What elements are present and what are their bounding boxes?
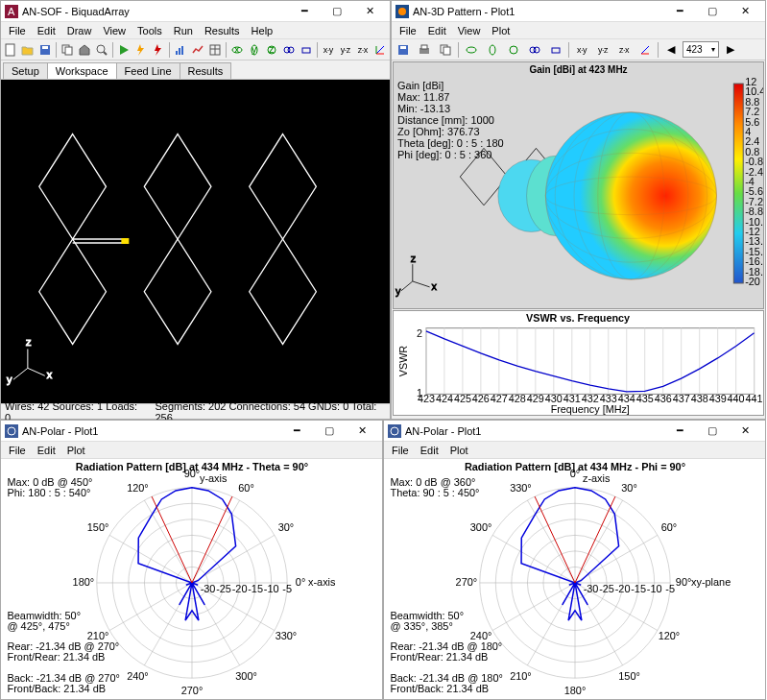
- ansof-title: AN-SOF - BiquadArray: [22, 6, 288, 17]
- svg-text:-5: -5: [282, 583, 292, 594]
- tab-results[interactable]: Results: [180, 62, 232, 79]
- vswr-chart[interactable]: VSWR vs. Frequency 423424425426427428429…: [393, 310, 764, 416]
- menu-run[interactable]: Run: [168, 24, 199, 37]
- menu-results[interactable]: Results: [199, 24, 246, 37]
- minimize-button[interactable]: ━: [663, 422, 696, 441]
- menu-plot[interactable]: Plot: [61, 444, 91, 457]
- maximize-button[interactable]: ▢: [696, 2, 729, 21]
- svg-text:60°: 60°: [238, 482, 254, 494]
- svg-text:150°: 150°: [618, 670, 640, 682]
- minimize-button[interactable]: ━: [288, 2, 321, 21]
- view-yz[interactable]: y·z: [593, 41, 612, 59]
- rotz-icon[interactable]: z: [264, 41, 279, 59]
- svg-line-51: [641, 46, 649, 54]
- menu-view[interactable]: View: [452, 24, 487, 37]
- rotx-icon[interactable]: [462, 41, 481, 59]
- menu-edit[interactable]: Edit: [415, 444, 444, 457]
- menu-view[interactable]: View: [97, 24, 132, 37]
- close-button[interactable]: ✕: [729, 422, 761, 441]
- menu-plot[interactable]: Plot: [444, 444, 474, 457]
- chart-icon[interactable]: [173, 41, 188, 59]
- polar2-menubar: File Edit Plot: [384, 442, 765, 459]
- polar1-viewport[interactable]: Radiation Pattern [dB] at 434 MHz - Thet…: [1, 459, 382, 699]
- table-icon[interactable]: [207, 41, 223, 59]
- svg-text:90°: 90°: [184, 468, 201, 479]
- zoom-in-icon[interactable]: [525, 41, 544, 59]
- view-zx[interactable]: z·x: [614, 41, 634, 59]
- menu-help[interactable]: Help: [246, 24, 279, 37]
- pattern-3d-viewport[interactable]: Gain [dBi] at 423 MHz Gain [dBi]Max: 11.…: [393, 61, 764, 309]
- svg-line-158: [109, 583, 192, 631]
- svg-rect-4: [42, 46, 48, 49]
- bolt2-icon[interactable]: [151, 41, 166, 59]
- axes-icon[interactable]: [635, 41, 655, 59]
- polar2-viewport[interactable]: Radiation Pattern [dB] at 434 MHz - Phi …: [384, 459, 765, 699]
- save-icon[interactable]: [37, 41, 53, 59]
- rotz-icon[interactable]: [504, 41, 523, 59]
- menu-file[interactable]: File: [386, 444, 415, 457]
- menu-file[interactable]: File: [3, 24, 32, 37]
- next-icon[interactable]: ▶: [721, 41, 740, 59]
- svg-text:-5: -5: [665, 583, 675, 594]
- view-xy[interactable]: x·y: [572, 41, 591, 59]
- svg-text:z: z: [26, 336, 32, 348]
- menu-edit[interactable]: Edit: [32, 444, 61, 457]
- menu-edit[interactable]: Edit: [422, 24, 452, 37]
- close-button[interactable]: ✕: [346, 422, 378, 441]
- magnify-icon[interactable]: [94, 41, 109, 59]
- view-xy[interactable]: x·y: [321, 41, 336, 59]
- svg-text:-25: -25: [216, 583, 231, 594]
- zoom-out-icon[interactable]: [546, 41, 565, 59]
- chart2-icon[interactable]: [190, 41, 205, 59]
- tab-setup[interactable]: Setup: [3, 62, 48, 79]
- zoom-in-icon[interactable]: [281, 41, 297, 59]
- bolt-icon[interactable]: [133, 41, 149, 59]
- svg-rect-24: [302, 48, 310, 53]
- minimize-button[interactable]: ━: [280, 422, 313, 441]
- view-yz[interactable]: y·z: [338, 41, 353, 59]
- axes-icon[interactable]: [372, 41, 388, 59]
- roty-icon[interactable]: y: [247, 41, 262, 59]
- svg-text:150°: 150°: [87, 521, 109, 533]
- menu-plot[interactable]: Plot: [486, 24, 515, 37]
- maximize-button[interactable]: ▢: [313, 422, 346, 441]
- view-zx[interactable]: z·x: [355, 41, 371, 59]
- prev-icon[interactable]: ◀: [661, 41, 681, 59]
- menu-file[interactable]: File: [3, 444, 32, 457]
- rotx-icon[interactable]: x: [229, 41, 245, 59]
- copy-icon[interactable]: [60, 41, 75, 59]
- svg-text:y: y: [252, 43, 257, 55]
- maximize-button[interactable]: ▢: [696, 422, 729, 441]
- freq-select[interactable]: 423: [683, 41, 719, 58]
- svg-point-46: [490, 45, 495, 55]
- svg-rect-11: [179, 48, 180, 55]
- save-icon[interactable]: [394, 41, 413, 59]
- menu-tools[interactable]: Tools: [132, 24, 168, 37]
- close-button[interactable]: ✕: [353, 2, 386, 21]
- workspace-viewport[interactable]: z x y: [1, 80, 390, 403]
- minimize-button[interactable]: ━: [663, 2, 696, 21]
- svg-point-7: [97, 45, 105, 53]
- svg-line-215: [527, 500, 575, 583]
- close-button[interactable]: ✕: [729, 2, 761, 21]
- roty-icon[interactable]: [483, 41, 502, 59]
- svg-text:Front/Back: 21.34 dB: Front/Back: 21.34 dB: [391, 683, 489, 694]
- new-icon[interactable]: [3, 41, 18, 59]
- open-icon[interactable]: [20, 41, 36, 59]
- run-icon[interactable]: [116, 41, 132, 59]
- home-icon[interactable]: [77, 41, 92, 59]
- ansof-menubar: File Edit Draw View Tools Run Results He…: [1, 22, 390, 39]
- tab-feedline[interactable]: Feed Line: [116, 62, 180, 79]
- tab-workspace[interactable]: Workspace: [47, 62, 117, 79]
- maximize-button[interactable]: ▢: [321, 2, 353, 21]
- svg-point-47: [510, 46, 517, 54]
- menu-edit[interactable]: Edit: [32, 24, 61, 37]
- svg-text:@ 425°, 475°: @ 425°, 475°: [8, 620, 70, 632]
- print-icon[interactable]: [415, 41, 434, 59]
- menu-file[interactable]: File: [394, 24, 422, 37]
- copy-icon[interactable]: [436, 41, 455, 59]
- svg-line-35: [13, 368, 28, 379]
- polar1-title: AN-Polar - Plot1: [22, 425, 280, 437]
- menu-draw[interactable]: Draw: [61, 24, 98, 37]
- zoom-out-icon[interactable]: [299, 41, 314, 59]
